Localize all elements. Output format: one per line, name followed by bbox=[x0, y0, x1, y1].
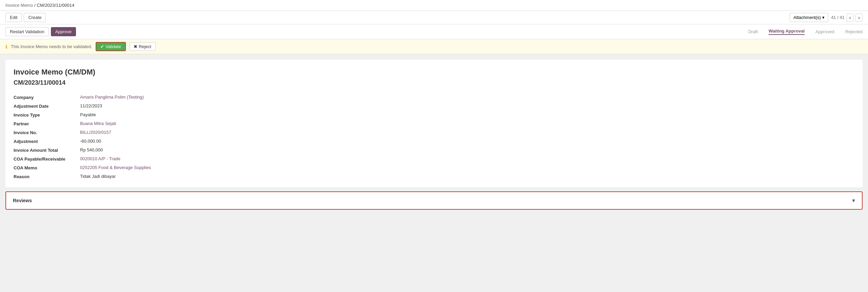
reject-label: Reject bbox=[139, 44, 151, 49]
main-content: Invoice Memo (CM/DM) CM/2023/11/00014 Co… bbox=[0, 54, 868, 292]
warning-banner: ℹ This Invoice Memo needs to be validate… bbox=[0, 39, 868, 54]
value-invoice-no[interactable]: BILL/2020/0157 bbox=[80, 130, 251, 135]
warning-message: This Invoice Memo needs to be validated. bbox=[11, 44, 92, 49]
status-bar: Restart Validation Approve Draft Waiting… bbox=[0, 24, 868, 39]
label-adjustment-date: Adjustment Date bbox=[14, 103, 75, 109]
status-step-draft: Draft bbox=[748, 29, 758, 34]
form-card: Invoice Memo (CM/DM) CM/2023/11/00014 Co… bbox=[5, 60, 863, 187]
attachment-button[interactable]: Attachment(s) ▾ bbox=[790, 13, 828, 22]
label-coa-payable: COA Payable/Receivable bbox=[14, 156, 75, 162]
form-record-number: CM/2023/11/00014 bbox=[14, 79, 854, 86]
value-reason: Tidak Jadi dibayar bbox=[80, 174, 251, 179]
restart-validation-button[interactable]: Restart Validation bbox=[5, 27, 49, 36]
value-company[interactable]: Amaris Panglima Polim (Testing) bbox=[80, 95, 251, 100]
reject-x-icon: ✖ bbox=[134, 44, 137, 49]
validate-button[interactable]: ✔ Validate bbox=[96, 42, 126, 51]
validate-check-icon: ✔ bbox=[100, 44, 104, 49]
prev-button[interactable]: ‹ bbox=[847, 14, 854, 22]
value-coa-memo[interactable]: 0252205 Food & Beverage Supplies bbox=[80, 165, 251, 170]
value-coa-payable[interactable]: 0020010 A/P - Trade bbox=[80, 156, 251, 162]
breadcrumb-parent[interactable]: Invoice Memo bbox=[5, 3, 33, 8]
label-coa-memo: COA Memo bbox=[14, 165, 75, 170]
status-step-waiting: Waiting Approval bbox=[769, 28, 805, 35]
pagination-text: 41 / 41 bbox=[831, 15, 845, 20]
label-invoice-type: Invoice Type bbox=[14, 112, 75, 118]
breadcrumb-separator: / bbox=[34, 3, 36, 8]
label-invoice-no: Invoice No. bbox=[14, 130, 75, 135]
reviews-card: Reviews ▾ bbox=[5, 191, 863, 210]
label-partner: Partner bbox=[14, 121, 75, 126]
toolbar-left: Edit Create bbox=[5, 13, 46, 22]
chevron-down-icon: ▾ bbox=[852, 197, 855, 204]
value-partner[interactable]: Buana Mitra Sejati bbox=[80, 121, 251, 126]
label-invoice-amount-total: Invoice Amount Total bbox=[14, 147, 75, 153]
toolbar: Edit Create Attachment(s) ▾ 41 / 41 ‹ › bbox=[0, 11, 868, 24]
reviews-header[interactable]: Reviews ▾ bbox=[6, 192, 862, 209]
status-step-approved: Approved bbox=[815, 29, 834, 34]
breadcrumb-current: CM/2023/11/00014 bbox=[37, 3, 75, 8]
attachment-label: Attachment(s) bbox=[793, 15, 821, 20]
reviews-label: Reviews bbox=[13, 198, 32, 203]
toolbar-right: Attachment(s) ▾ 41 / 41 ‹ › bbox=[790, 13, 863, 22]
attachment-chevron-icon: ▾ bbox=[822, 15, 825, 20]
status-actions: Restart Validation Approve bbox=[5, 27, 76, 36]
edit-button[interactable]: Edit bbox=[5, 13, 22, 22]
form-title: Invoice Memo (CM/DM) bbox=[14, 68, 854, 77]
label-company: Company bbox=[14, 95, 75, 100]
status-steps: Draft Waiting Approval Approved Rejected bbox=[748, 28, 863, 35]
value-adjustment-date: 11/22/2023 bbox=[80, 103, 251, 109]
value-invoice-amount-total: Rp 540,000 bbox=[80, 147, 251, 153]
breadcrumb-bar: Invoice Memo / CM/2023/11/00014 bbox=[0, 0, 868, 11]
field-grid: Company Amaris Panglima Polim (Testing) … bbox=[14, 95, 251, 179]
label-adjustment: Adjustment bbox=[14, 139, 75, 144]
pagination: 41 / 41 ‹ › bbox=[831, 14, 863, 22]
value-adjustment: -60,000.00 bbox=[80, 139, 251, 144]
approve-button[interactable]: Approve bbox=[51, 27, 76, 36]
next-button[interactable]: › bbox=[855, 14, 863, 22]
label-reason: Reason bbox=[14, 174, 75, 179]
create-button[interactable]: Create bbox=[24, 13, 46, 22]
value-invoice-type: Payable bbox=[80, 112, 251, 118]
warning-icon: ℹ bbox=[5, 44, 7, 50]
validate-label: Validate bbox=[105, 44, 121, 49]
reject-button[interactable]: ✖ Reject bbox=[129, 42, 156, 51]
status-step-rejected: Rejected bbox=[845, 29, 863, 34]
